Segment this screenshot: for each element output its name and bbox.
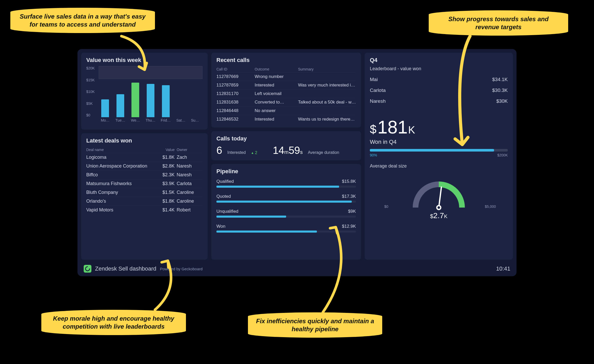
leaderboard-row: Mai$34.1K: [370, 74, 508, 85]
call-outcome: Wrong number: [255, 74, 296, 79]
pipeline-bar: [216, 231, 317, 233]
call-summary: Was very much interested in a 30k …: [298, 83, 356, 88]
leaderboard-name: Carlota: [370, 88, 386, 93]
x-label: We…: [130, 118, 140, 125]
progress-target: $200K: [497, 153, 508, 157]
call-id: 112831638: [216, 100, 253, 105]
q4-panel: Q4 Leaderboard - value won Mai$34.1KCarl…: [365, 53, 513, 260]
chart-bar: [162, 85, 170, 117]
pipeline-bar: [216, 201, 352, 203]
col-call-outcome: Outcome: [255, 67, 296, 71]
deal-name: Vapid Motors: [86, 207, 152, 213]
pipeline-stage: Qualified$15.8K: [216, 177, 356, 192]
pipeline-bar: [216, 186, 339, 188]
y-tick: $20K: [86, 66, 98, 70]
deal-value: $2.3K: [154, 172, 175, 178]
table-row: Matsumura Fishworks$3.9KCarlota: [86, 179, 202, 188]
pipeline-title: Pipeline: [216, 168, 356, 175]
callout-top-left: Surface live sales data in a way that's …: [10, 8, 155, 33]
dashboard-name: Zendesk Sell dashboard: [95, 265, 156, 272]
table-row: 112846448No answer: [216, 106, 356, 115]
won-label: Won in Q4: [370, 139, 508, 145]
table-row: 112831170Left voicemail: [216, 89, 356, 98]
recent-calls-title: Recent calls: [216, 57, 356, 64]
chart-bar: [131, 83, 139, 117]
latest-deals-panel: Latest deals won Deal name Value Owner L…: [81, 133, 208, 260]
chart-bar: [116, 94, 124, 117]
column-middle: Recent calls Call ID Outcome Summary 112…: [211, 53, 361, 260]
column-right: Q4 Leaderboard - value won Mai$34.1KCarl…: [365, 53, 513, 260]
deal-value: $1.8K: [154, 199, 175, 204]
deal-owner: Carlota: [177, 181, 202, 186]
y-tick: $10K: [86, 90, 98, 94]
x-label: Thu…: [146, 118, 156, 125]
leaderboard-name: Mai: [370, 77, 378, 82]
calls-today-duration-label: Average duration: [308, 150, 339, 155]
leaderboard-value: $30.3K: [492, 88, 508, 93]
x-label: Sat…: [176, 118, 186, 125]
deal-owner: Zach: [177, 155, 202, 160]
col-deal-owner: Owner: [177, 148, 202, 152]
clock: 10:41: [496, 265, 510, 272]
call-outcome: Converted to…: [255, 100, 296, 105]
call-outcome: No answer: [255, 108, 296, 113]
pipeline-stage-value: $9K: [348, 209, 356, 214]
dashboard: Value won this week $20K$15K$10K$5K$0 Mo…: [77, 49, 517, 276]
call-id: 112787859: [216, 83, 253, 88]
call-outcome: Left voicemail: [255, 91, 296, 96]
chart-bar: [147, 84, 154, 117]
deal-owner: Naresh: [177, 163, 202, 169]
table-row: Vapid Motors$1.4KRobert: [86, 205, 202, 214]
table-row: Biffco$2.3KNaresh: [86, 170, 202, 179]
deal-value: $1.8K: [154, 155, 175, 160]
deal-owner: Caroline: [177, 199, 202, 204]
pipeline-stage: Unqualified$9K: [216, 207, 356, 222]
deal-name: Logicoma: [86, 155, 152, 160]
pipeline-panel: Pipeline Qualified$15.8KQuoted$17.3KUnqu…: [211, 164, 361, 260]
deal-name: Union Aerospace Corporation: [86, 163, 152, 169]
q4-subtitle: Leaderboard - value won: [370, 66, 508, 72]
deal-name: Orlando's: [86, 199, 152, 204]
calls-today-duration: 14m59s: [273, 145, 303, 156]
deal-owner: Robert: [177, 207, 202, 213]
table-row: 112787859InterestedWas very much interes…: [216, 81, 356, 89]
pipeline-stage-name: Unqualified: [216, 209, 238, 214]
callout-top-right: Show progress towards sales and revenue …: [429, 10, 568, 36]
x-label: Sun…: [191, 118, 201, 125]
svg-line-0: [439, 187, 441, 208]
deal-owner: Naresh: [177, 172, 202, 178]
pipeline-stage: Quoted$17.3K: [216, 192, 356, 207]
pipeline-stage-name: Won: [216, 224, 225, 229]
table-row: 112846532InterestedWants us to redesign …: [216, 115, 356, 123]
deal-name: Matsumura Fishworks: [86, 181, 152, 186]
col-deal-value: Value: [154, 148, 175, 152]
pipeline-stage-value: $17.3K: [342, 194, 356, 199]
table-row: Bluth Company$1.5KCaroline: [86, 188, 202, 197]
calls-today-title: Calls today: [216, 135, 356, 142]
call-id: 112846532: [216, 117, 253, 122]
chart-bar: [101, 99, 109, 117]
gauge-value: $2.7K: [370, 211, 508, 220]
dashboard-footer: Zendesk Sell dashboard Powered by Geckob…: [81, 263, 513, 273]
value-won-panel: Value won this week $20K$15K$10K$5K$0 Mo…: [81, 53, 208, 130]
y-tick: $5K: [86, 101, 98, 106]
leaderboard-row: Naresh$30K: [370, 96, 508, 107]
avg-deal-gauge: $0 $5,000 $2.7K: [370, 174, 508, 220]
deal-value: $1.4K: [154, 207, 175, 213]
call-outcome: Interested: [255, 83, 296, 88]
col-deal-name: Deal name: [86, 148, 152, 152]
latest-deals-title: Latest deals won: [86, 137, 202, 144]
col-call-summary: Summary: [298, 67, 356, 71]
x-label: Frid…: [161, 118, 171, 125]
won-amount: $181K: [370, 117, 508, 138]
value-won-chart: $20K$15K$10K$5K$0 Mo…Tue…We…Thu…Frid…Sat…: [86, 66, 202, 125]
table-row: 112787669Wrong number: [216, 72, 356, 81]
calls-today-count: 6: [216, 145, 222, 156]
leaderboard-row: Carlota$30.3K: [370, 85, 508, 96]
avg-deal-title: Average deal size: [370, 163, 508, 169]
progress-pct-label: 90%: [370, 153, 377, 157]
deal-name: Biffco: [86, 172, 152, 178]
pipeline-stage-name: Qualified: [216, 179, 234, 184]
table-row: Union Aerospace Corporation$2.8KNaresh: [86, 162, 202, 170]
leaderboard-value: $34.1K: [492, 77, 508, 82]
